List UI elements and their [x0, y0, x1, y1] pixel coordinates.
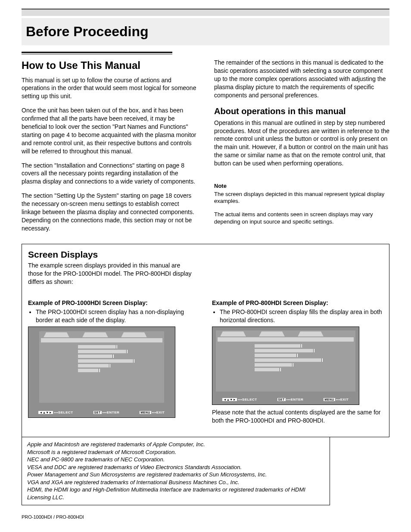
pro1000-bullet: The PRO-1000HDI screen display has a non…	[36, 308, 199, 324]
box-left-col: Example of PRO-1000HDI Screen Display: T…	[28, 299, 199, 431]
footer-select-icon: ◄▲▼►•••SELECT	[38, 411, 73, 415]
trademark-2: Microsoft is a registered trademark of M…	[27, 448, 324, 456]
pro800-heading: Example of PRO-800HDI Screen Display:	[212, 299, 383, 307]
pro800-after-note: Please note that the actual contents dis…	[212, 408, 383, 425]
footer-select-icon: ◄▲▼►•••SELECT	[222, 398, 257, 402]
pro800-bullet: The PRO-800HDI screen display fills the …	[220, 308, 383, 324]
footer-enter-icon: SET•••ENTER	[277, 398, 304, 402]
trademark-7: HDMI, the HDMI logo and High-Definition …	[27, 486, 324, 501]
pro800-screen-diagram: ◄▲▼►•••SELECT SET•••ENTER MENU•••EXIT	[212, 327, 359, 405]
note-line-1: The screen displays depicted in this man…	[214, 191, 389, 205]
two-column-layout: How to Use This Manual This manual is se…	[22, 59, 389, 239]
footer-exit-icon: MENU•••EXIT	[324, 398, 349, 402]
right-column: The remainder of the sections in this ma…	[214, 59, 389, 239]
rule-heavy	[22, 52, 172, 53]
screen-displays-box: Screen Displays The example screen displ…	[22, 244, 389, 437]
top-strip	[22, 9, 389, 16]
footer-model: PRO-1000HDI / PRO-800HDI	[22, 514, 389, 520]
trademark-1: Apple and Macintosh are registered trade…	[27, 441, 324, 448]
chapter-title: Before Proceeding	[22, 18, 389, 45]
left-para-1: This manual is set up to follow the cour…	[22, 76, 197, 101]
note-heading: Note	[214, 182, 389, 190]
pro1000-screen-diagram: ◄▲▼►•••SELECT SET•••ENTER MENU•••EXIT	[28, 327, 175, 418]
trademark-5: Power Management and Sun Microsystems ar…	[27, 471, 324, 479]
left-para-4: The section "Setting Up the System" star…	[22, 192, 197, 232]
screen-displays-title: Screen Displays	[28, 249, 383, 261]
footer-enter-icon: SET•••ENTER	[93, 411, 120, 415]
trademark-6: VGA and XGA are registered trademarks of…	[27, 479, 324, 486]
left-para-2: Once the unit has been taken out of the …	[22, 106, 197, 155]
about-operations-heading: About operations in this manual	[214, 106, 389, 117]
left-para-3: The section "Installation and Connection…	[22, 162, 197, 186]
how-to-use-heading: How to Use This Manual	[22, 59, 197, 72]
left-column: How to Use This Manual This manual is se…	[22, 59, 197, 239]
rule-light	[22, 54, 172, 54]
box-right-col: Example of PRO-800HDI Screen Display: Th…	[212, 299, 383, 431]
right-para-1: The remainder of the sections in this ma…	[214, 59, 389, 99]
trademark-3: NEC and PC-9800 are trademarks of NEC Co…	[27, 456, 324, 464]
trademarks-box: Apple and Macintosh are registered trade…	[22, 437, 330, 505]
footer-exit-icon: MENU•••EXIT	[140, 411, 165, 415]
right-para-2: Operations in this manual are outlined i…	[214, 119, 389, 168]
note-line-2: The actual items and contents seen in sc…	[214, 211, 389, 226]
trademark-4: VESA and DDC are registered trademarks o…	[27, 464, 324, 471]
pro1000-heading: Example of PRO-1000HDI Screen Display:	[28, 299, 199, 307]
screen-displays-intro: The example screen displays provided in …	[28, 261, 192, 286]
